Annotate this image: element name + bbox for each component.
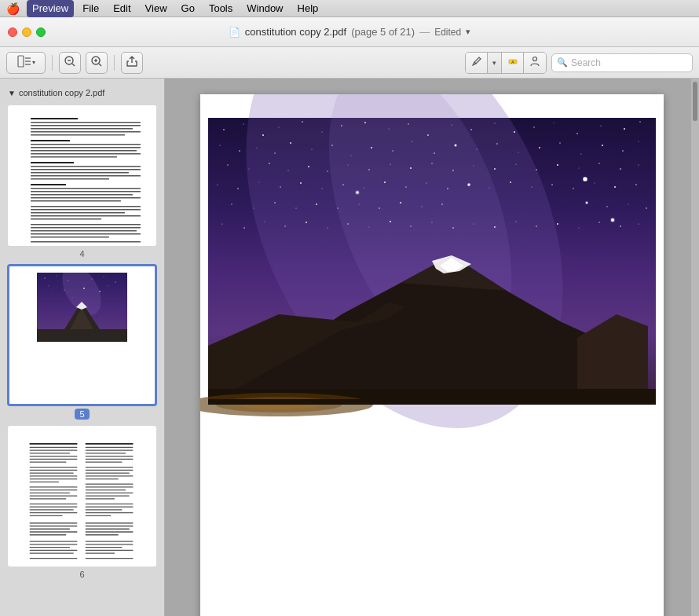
menu-preview[interactable]: Preview <box>27 0 74 17</box>
svg-point-233 <box>274 202 276 204</box>
svg-rect-100 <box>86 453 126 453</box>
toolbar: ▾ <box>0 47 699 79</box>
svg-rect-138 <box>86 550 134 551</box>
sidebar-header: ▼ constitution copy 2.pdf <box>0 85 164 101</box>
markup-highlight-button[interactable]: A <box>502 53 524 73</box>
svg-point-189 <box>227 164 228 165</box>
svg-point-202 <box>494 168 496 170</box>
svg-rect-85 <box>30 478 78 479</box>
sidebar-toggle-button[interactable]: ▾ <box>6 52 46 74</box>
zoom-out-button[interactable] <box>59 52 81 74</box>
menu-view[interactable]: View <box>140 0 173 17</box>
page-thumb-inner-6 <box>8 426 156 566</box>
close-button[interactable] <box>8 28 17 37</box>
svg-point-266 <box>638 223 639 224</box>
svg-point-263 <box>579 228 580 229</box>
svg-point-210 <box>217 184 218 185</box>
svg-point-195 <box>348 165 349 166</box>
svg-point-215 <box>321 188 322 189</box>
svg-rect-46 <box>31 230 137 232</box>
svg-point-173 <box>331 145 333 146</box>
markup-pen-button[interactable] <box>466 53 488 73</box>
svg-rect-49 <box>31 241 141 243</box>
svg-point-269 <box>356 191 359 194</box>
menu-go[interactable]: Go <box>176 0 200 17</box>
svg-rect-130 <box>30 541 78 541</box>
svg-rect-114 <box>86 498 115 499</box>
svg-point-230 <box>635 184 637 185</box>
page-thumb-5[interactable]: 5 <box>8 265 156 420</box>
svg-point-246 <box>221 223 222 224</box>
svg-rect-122 <box>30 529 70 530</box>
svg-point-244 <box>628 204 629 205</box>
svg-rect-280 <box>208 399 656 405</box>
svg-rect-116 <box>86 506 134 507</box>
menu-help[interactable]: Help <box>292 0 324 17</box>
svg-rect-91 <box>30 498 67 499</box>
sidebar-chevron-icon: ▼ <box>8 89 16 97</box>
fullscreen-button[interactable] <box>36 28 46 37</box>
svg-rect-110 <box>86 486 134 487</box>
page-thumb-inner-4 <box>8 105 156 246</box>
svg-point-199 <box>431 163 432 163</box>
zoom-in-button[interactable] <box>86 52 108 74</box>
svg-rect-126 <box>86 526 134 526</box>
menu-edit[interactable]: Edit <box>108 0 136 17</box>
scroll-thumb[interactable] <box>693 82 697 121</box>
page-thumb-6[interactable]: 6 <box>8 426 156 579</box>
scroll-track[interactable] <box>691 79 699 616</box>
page-thumb-4[interactable]: 4 <box>8 105 156 258</box>
search-box[interactable]: 🔍 Search <box>551 53 693 72</box>
svg-point-252 <box>347 223 349 225</box>
markup-pen-dropdown[interactable]: ▾ <box>488 53 502 73</box>
svg-rect-39 <box>31 206 141 207</box>
svg-rect-123 <box>30 531 78 532</box>
menu-window[interactable]: Window <box>241 0 288 17</box>
svg-point-209 <box>638 164 639 165</box>
edited-dropdown[interactable]: ▾ <box>466 27 470 37</box>
svg-point-229 <box>614 186 616 188</box>
page-label-5: 5 <box>8 409 156 420</box>
share-button[interactable] <box>121 52 143 74</box>
toolbar-sep-2 <box>114 55 115 71</box>
page-thumb-inner-5 <box>8 265 156 405</box>
markup-person-button[interactable] <box>524 53 546 73</box>
edited-label: Edited <box>434 27 461 38</box>
menu-tools[interactable]: Tools <box>203 0 238 17</box>
svg-rect-47 <box>31 233 141 235</box>
svg-rect-28 <box>31 166 141 167</box>
svg-point-213 <box>280 186 280 187</box>
svg-point-226 <box>551 184 553 185</box>
svg-point-150 <box>302 121 303 123</box>
svg-point-170 <box>274 152 275 153</box>
sidebar-toggle-dropdown[interactable]: ▾ <box>32 59 35 66</box>
svg-point-172 <box>311 148 312 149</box>
svg-point-255 <box>410 226 411 226</box>
svg-rect-34 <box>31 188 141 189</box>
svg-rect-40 <box>31 209 141 211</box>
svg-point-180 <box>476 148 477 149</box>
svg-rect-35 <box>31 191 141 192</box>
page-label-6: 6 <box>8 570 156 579</box>
svg-rect-124 <box>30 534 67 535</box>
svg-point-203 <box>515 163 516 164</box>
svg-rect-80 <box>30 461 67 462</box>
svg-point-206 <box>579 168 580 169</box>
apple-menu[interactable]: 🍎 <box>6 2 19 15</box>
svg-point-156 <box>427 134 429 136</box>
svg-point-235 <box>316 204 317 205</box>
svg-point-162 <box>554 123 554 123</box>
svg-rect-18 <box>31 128 133 130</box>
search-icon: 🔍 <box>557 57 568 68</box>
svg-point-196 <box>368 169 370 170</box>
svg-point-249 <box>284 226 285 226</box>
main-layout: ▼ constitution copy 2.pdf <box>0 79 699 616</box>
svg-point-154 <box>389 129 390 130</box>
svg-rect-82 <box>30 470 78 471</box>
svg-rect-86 <box>30 482 59 482</box>
svg-point-220 <box>426 182 426 183</box>
minimize-button[interactable] <box>22 28 31 37</box>
svg-point-62 <box>108 286 108 287</box>
svg-point-221 <box>447 188 448 189</box>
menu-file[interactable]: File <box>77 0 104 17</box>
